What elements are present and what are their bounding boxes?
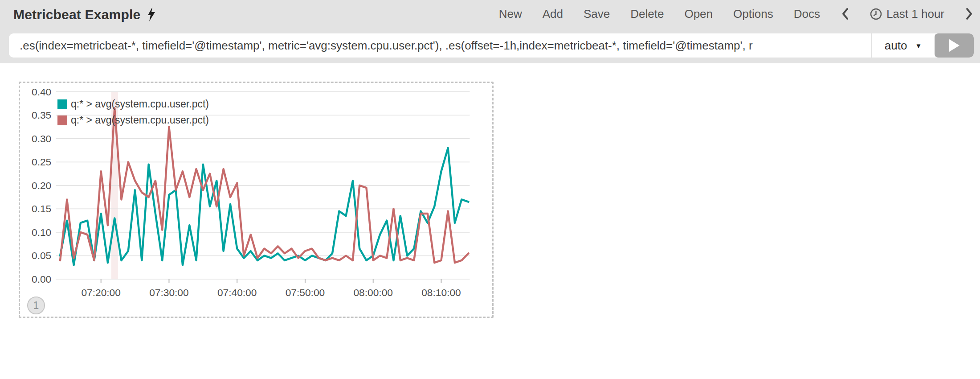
svg-text:0.20: 0.20 — [32, 180, 51, 191]
svg-text:08:10:00: 08:10:00 — [421, 287, 461, 298]
series-line-current[interactable] — [60, 148, 469, 265]
run-expression-button[interactable] — [935, 33, 974, 58]
svg-text:0.30: 0.30 — [32, 133, 51, 144]
header-menu: New Add Save Delete Open Options Docs La… — [499, 0, 974, 28]
time-forward-button[interactable] — [965, 8, 974, 20]
chevron-right-icon — [966, 8, 973, 20]
svg-text:07:20:00: 07:20:00 — [81, 287, 120, 298]
time-back-button[interactable] — [841, 8, 849, 20]
play-icon — [948, 39, 960, 52]
x-axis-ticks-and-labels: 07:20:0007:30:0007:40:0007:50:0008:00:00… — [81, 279, 461, 298]
chevron-left-icon — [841, 8, 849, 20]
chart-legend: q:* > avg(system.cpu.user.pct) q:* > avg… — [57, 98, 209, 126]
svg-text:07:50:00: 07:50:00 — [286, 287, 325, 298]
legend-swatch-red — [57, 115, 67, 125]
legend-label: q:* > avg(system.cpu.user.pct) — [71, 98, 209, 110]
svg-text:08:00:00: 08:00:00 — [353, 287, 392, 298]
timelion-query-bar: auto ▼ — [9, 33, 974, 58]
svg-text:0.15: 0.15 — [32, 203, 51, 214]
svg-text:07:40:00: 07:40:00 — [217, 287, 257, 298]
page-title: Metricbeat Example — [13, 7, 140, 22]
lightning-bolt-icon — [147, 7, 156, 23]
timepicker-label: Last 1 hour — [886, 7, 944, 21]
interval-select[interactable]: auto ▼ — [871, 33, 935, 58]
menu-item-options[interactable]: Options — [733, 7, 773, 21]
svg-text:0.10: 0.10 — [32, 227, 51, 238]
menu-item-new[interactable]: New — [499, 7, 522, 21]
clock-icon — [870, 8, 882, 20]
menu-item-open[interactable]: Open — [684, 7, 713, 21]
legend-item-current[interactable]: q:* > avg(system.cpu.user.pct) — [57, 98, 209, 110]
menu-item-save[interactable]: Save — [584, 7, 610, 21]
legend-swatch-teal — [57, 99, 67, 109]
expression-input[interactable] — [9, 33, 871, 58]
menu-item-delete[interactable]: Delete — [630, 7, 664, 21]
svg-text:0.35: 0.35 — [32, 109, 51, 121]
svg-text:0.40: 0.40 — [32, 86, 51, 98]
timepicker-button[interactable]: Last 1 hour — [870, 7, 944, 21]
chevron-down-icon: ▼ — [915, 42, 922, 49]
menu-item-docs[interactable]: Docs — [794, 7, 820, 21]
svg-text:07:30:00: 07:30:00 — [149, 287, 188, 298]
interval-value: auto — [885, 39, 907, 53]
svg-text:0.25: 0.25 — [32, 156, 51, 168]
timelion-chart-panel[interactable]: 0.000.050.100.150.200.250.300.350.4007:2… — [19, 82, 494, 318]
svg-text:0.05: 0.05 — [32, 250, 51, 261]
main-content: 0.000.050.100.150.200.250.300.350.4007:2… — [0, 63, 980, 379]
svg-text:0.00: 0.00 — [32, 273, 51, 285]
panel-number-badge[interactable]: 1 — [27, 297, 45, 314]
app-header: Metricbeat Example New Add Save Delete O… — [0, 0, 980, 63]
legend-label: q:* > avg(system.cpu.user.pct) — [71, 114, 209, 126]
title-wrap: Metricbeat Example — [13, 6, 156, 23]
legend-item-offset[interactable]: q:* > avg(system.cpu.user.pct) — [57, 114, 209, 126]
menu-item-add[interactable]: Add — [543, 7, 563, 21]
